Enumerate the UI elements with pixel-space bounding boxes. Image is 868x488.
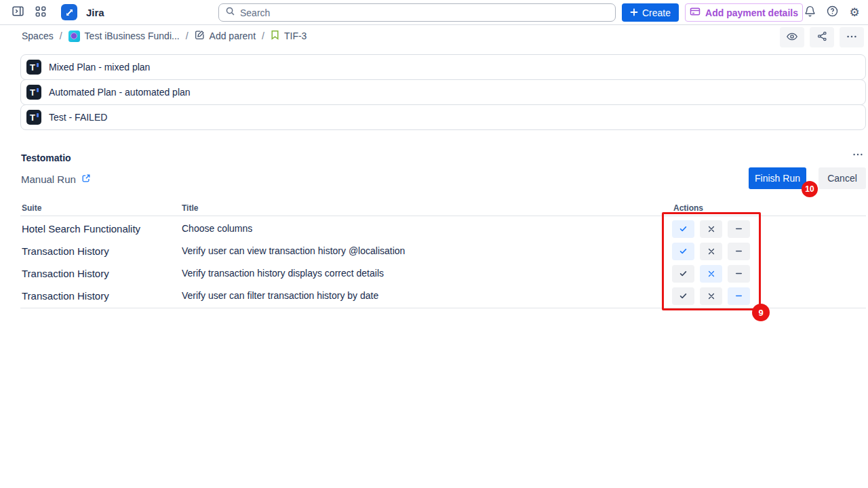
- app-switcher-grid-icon: [35, 5, 47, 20]
- pass-button[interactable]: [672, 243, 694, 260]
- share-icon: [816, 30, 828, 44]
- title-cell: Verify user can view transaction history…: [182, 240, 405, 262]
- plan-item[interactable]: T Automated Plan - automated plan: [20, 79, 866, 105]
- sidebar-toggle-icon: [12, 5, 24, 20]
- skip-button[interactable]: [728, 287, 750, 305]
- title-cell: Choose columns: [182, 218, 252, 240]
- row-actions: [672, 287, 750, 305]
- create-button[interactable]: Create: [622, 3, 679, 22]
- testomatio-logo-icon: T: [26, 60, 41, 75]
- bookmark-icon: [271, 30, 279, 42]
- suite-cell: Transaction History: [22, 285, 109, 307]
- plan-item-label: Mixed Plan - mixed plan: [49, 62, 150, 73]
- breadcrumb-add-parent-label: Add parent: [210, 30, 256, 41]
- fail-button[interactable]: [700, 243, 722, 260]
- title-cell: Verify transaction history displays corr…: [182, 262, 384, 285]
- column-header-title: Title: [182, 203, 198, 213]
- breadcrumb-add-parent[interactable]: Add parent: [195, 30, 256, 42]
- title-cell: Verify user can filter transaction histo…: [182, 285, 378, 307]
- run-name: Manual Run: [21, 174, 76, 185]
- jira-logo-icon[interactable]: [61, 4, 77, 20]
- pass-button[interactable]: [672, 287, 694, 305]
- skip-button[interactable]: [728, 220, 750, 238]
- cancel-button[interactable]: Cancel: [818, 167, 866, 189]
- row-actions: [672, 265, 750, 283]
- run-title-row: Manual Run: [21, 174, 91, 185]
- ellipsis-icon: [846, 30, 858, 45]
- share-button[interactable]: [810, 27, 834, 47]
- test-row: Transaction History Verify transaction h…: [20, 262, 866, 285]
- sidebar-toggle-button[interactable]: [8, 3, 27, 22]
- plan-item[interactable]: T Mixed Plan - mixed plan: [20, 54, 866, 80]
- test-row: Hotel Search Functionality Choose column…: [20, 218, 866, 240]
- app-name: Jira: [86, 7, 104, 18]
- suite-cell: Hotel Search Functionality: [22, 218, 140, 240]
- breadcrumb-separator: /: [262, 30, 264, 41]
- breadcrumb-issue[interactable]: TIF-3: [271, 30, 307, 42]
- plus-icon: [630, 7, 638, 18]
- breadcrumb-project-label: Test iBusiness Fundi...: [85, 30, 180, 41]
- plan-list: T Mixed Plan - mixed plan T Automated Pl…: [20, 54, 866, 130]
- search-icon: [225, 6, 235, 19]
- breadcrumb-issue-label: TIF-3: [284, 30, 307, 41]
- plan-item-label: Automated Plan - automated plan: [49, 87, 191, 98]
- row-actions: [672, 220, 750, 238]
- breadcrumb-spaces[interactable]: Spaces: [22, 30, 54, 41]
- credit-card-icon: [690, 6, 701, 19]
- notifications-button[interactable]: [800, 3, 819, 22]
- fail-button[interactable]: [700, 265, 722, 283]
- more-actions-button[interactable]: [840, 27, 864, 47]
- search-input[interactable]: [240, 7, 609, 18]
- app-switcher-button[interactable]: [31, 3, 50, 22]
- pass-button[interactable]: [672, 220, 694, 238]
- fail-button[interactable]: [700, 287, 722, 305]
- table-bottom-divider: [20, 308, 866, 308]
- breadcrumb-separator: /: [186, 30, 189, 41]
- bell-icon: [804, 5, 816, 20]
- add-payment-details-button[interactable]: Add payment details: [685, 3, 803, 22]
- question-circle-icon: [826, 5, 839, 20]
- external-link-icon: [81, 174, 91, 185]
- testomatio-logo-icon: T: [26, 85, 41, 100]
- ellipsis-icon: [852, 148, 864, 163]
- edit-icon: [195, 30, 205, 42]
- add-payment-details-label: Add payment details: [705, 7, 798, 18]
- fail-button[interactable]: [700, 220, 722, 238]
- project-avatar-icon: [68, 30, 80, 42]
- jira-page: Jira Create: [0, 0, 868, 488]
- nav-right-cluster: ⚙: [800, 3, 864, 22]
- column-header-suite: Suite: [22, 203, 41, 213]
- eye-icon: [786, 30, 798, 45]
- create-button-label: Create: [642, 7, 671, 18]
- test-row: Transaction History Verify user can filt…: [20, 285, 866, 307]
- plan-item[interactable]: T Test - FAILED: [20, 104, 866, 130]
- row-actions: [672, 243, 750, 260]
- watch-button[interactable]: [780, 27, 804, 47]
- column-header-actions: Actions: [673, 203, 703, 213]
- settings-button[interactable]: ⚙: [845, 3, 864, 22]
- table-header-divider: [20, 216, 866, 216]
- suite-cell: Transaction History: [22, 262, 109, 285]
- gear-icon: ⚙: [849, 7, 859, 18]
- breadcrumb-separator: /: [60, 30, 62, 41]
- suite-cell: Transaction History: [22, 240, 109, 262]
- top-navigation: Jira Create: [0, 0, 868, 25]
- help-button[interactable]: [823, 3, 842, 22]
- breadcrumb-project[interactable]: Test iBusiness Fundi...: [68, 30, 180, 42]
- finish-run-button[interactable]: Finish Run: [749, 167, 806, 189]
- skip-button[interactable]: [728, 265, 750, 283]
- plan-item-label: Test - FAILED: [49, 112, 107, 123]
- test-row: Transaction History Verify user can view…: [20, 240, 866, 262]
- section-title: Testomatio: [21, 152, 71, 163]
- breadcrumb: Spaces / Test iBusiness Fundi... / Add p…: [22, 30, 307, 42]
- section-more-button[interactable]: [849, 148, 867, 162]
- skip-button[interactable]: [728, 243, 750, 260]
- pass-button[interactable]: [672, 265, 694, 283]
- testomatio-logo-icon: T: [26, 110, 41, 125]
- manual-run-external-link[interactable]: [81, 174, 91, 185]
- nav-left-cluster: Jira: [8, 3, 104, 22]
- global-search[interactable]: [218, 3, 616, 22]
- page-action-buttons: [780, 27, 864, 47]
